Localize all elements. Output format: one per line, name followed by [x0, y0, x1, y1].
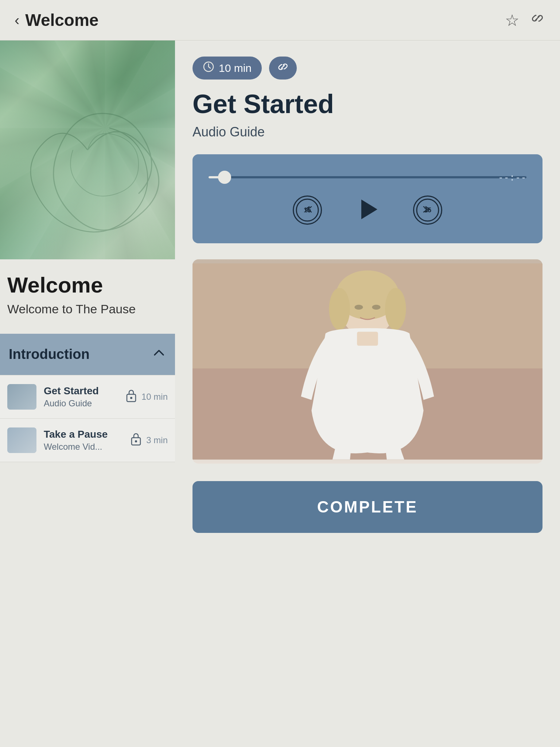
play-button[interactable]	[351, 193, 384, 227]
lesson-meta: 3 min	[130, 432, 168, 449]
lock-icon	[130, 432, 142, 449]
left-panel: Welcome Welcome to The Pause Introductio…	[0, 40, 175, 747]
right-panel: 10 min Get Started Audio Guide --:--	[175, 40, 560, 747]
lesson-duration: 10 min	[141, 392, 168, 402]
time-value: 10 min	[219, 62, 252, 74]
lesson-item[interactable]: Take a Pause Welcome Vid... 3 min	[0, 419, 175, 462]
content-type: Audio Guide	[192, 124, 542, 140]
lesson-info: Take a Pause Welcome Vid...	[44, 429, 123, 452]
lesson-thumbnail	[7, 384, 36, 410]
lock-icon	[125, 388, 137, 406]
content-title: Get Started	[192, 90, 542, 119]
course-title: Welcome	[7, 272, 168, 298]
hero-image	[0, 40, 175, 259]
forward-button[interactable]: 15	[413, 196, 442, 225]
progress-end-time: --:--	[498, 172, 526, 183]
svg-rect-16	[357, 332, 378, 346]
svg-point-17	[354, 305, 363, 310]
progress-area: --:--	[209, 176, 526, 178]
rewind-button[interactable]: 15	[293, 196, 322, 225]
header-title: Welcome	[25, 10, 98, 30]
content-meta: 10 min	[192, 57, 542, 80]
lesson-title: Take a Pause	[44, 429, 123, 440]
svg-point-14	[329, 288, 350, 330]
complete-button[interactable]: COMPLETE	[192, 481, 542, 533]
course-info: Welcome Welcome to The Pause	[0, 259, 175, 325]
intro-section: Introduction Get Started Audio Guide	[0, 334, 175, 462]
lesson-type: Welcome Vid...	[44, 442, 123, 452]
audio-player: --:-- 15	[192, 154, 542, 243]
lesson-thumbnail	[7, 427, 36, 453]
svg-marker-7	[361, 200, 377, 219]
progress-track[interactable]: --:--	[209, 176, 526, 178]
intro-header[interactable]: Introduction	[0, 334, 175, 375]
lesson-meta: 10 min	[125, 388, 168, 406]
lesson-title: Get Started	[44, 385, 118, 397]
course-subtitle: Welcome to The Pause	[7, 302, 168, 316]
lesson-duration: 3 min	[146, 435, 168, 445]
header-right: ☆	[505, 10, 545, 30]
lesson-item[interactable]: Get Started Audio Guide 10 min	[0, 375, 175, 419]
chevron-up-icon	[152, 345, 166, 363]
svg-point-1	[130, 397, 132, 399]
share-link-icon[interactable]	[529, 10, 545, 30]
person-image	[192, 259, 542, 464]
back-button[interactable]: ‹	[15, 12, 19, 28]
lesson-type: Audio Guide	[44, 398, 118, 409]
progress-thumb[interactable]	[218, 171, 231, 184]
svg-point-15	[385, 288, 406, 330]
main-layout: Welcome Welcome to The Pause Introductio…	[0, 40, 560, 747]
intro-title: Introduction	[9, 347, 90, 362]
bookmark-icon[interactable]: ☆	[505, 11, 519, 30]
svg-point-18	[372, 305, 380, 310]
app-header: ‹ Welcome ☆	[0, 0, 560, 40]
time-badge: 10 min	[192, 57, 262, 80]
clock-icon	[203, 61, 214, 75]
lesson-info: Get Started Audio Guide	[44, 385, 118, 409]
header-left: ‹ Welcome	[15, 10, 98, 30]
link-badge[interactable]	[269, 57, 297, 80]
lesson-list: Get Started Audio Guide 10 min	[0, 375, 175, 462]
svg-point-3	[135, 440, 137, 442]
player-controls: 15 15	[209, 193, 526, 227]
